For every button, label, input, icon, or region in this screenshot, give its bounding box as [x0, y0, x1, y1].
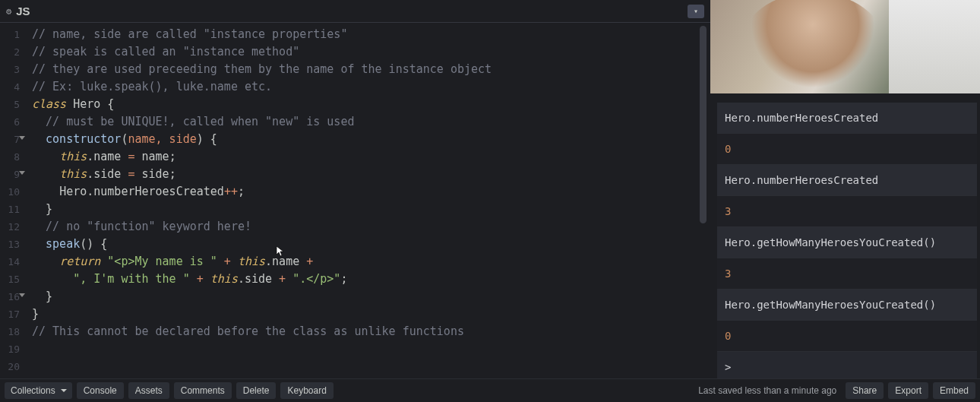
- console-output-row: 3: [717, 258, 977, 290]
- code-line: this.name = name;: [32, 148, 710, 166]
- collections-select[interactable]: Collections: [5, 382, 72, 399]
- code-line: return "<p>My name is " + this.name +: [32, 253, 710, 271]
- line-number: 5: [0, 96, 20, 113]
- embed-button[interactable]: Embed: [933, 382, 975, 399]
- code-content[interactable]: // name, side are called "instance prope…: [24, 23, 710, 378]
- line-number: 9: [0, 166, 20, 183]
- console-output-row: 3: [717, 196, 977, 227]
- line-number: 15: [0, 271, 20, 288]
- share-button[interactable]: Share: [846, 382, 884, 399]
- console-input-row: Hero.numberHeroesCreated: [717, 165, 977, 196]
- console-output-row: 0: [717, 321, 977, 352]
- console-panel: Hero.numberHeroesCreated0Hero.numberHero…: [717, 103, 977, 378]
- line-number: 6: [0, 113, 20, 131]
- panel-title: JS: [16, 5, 30, 17]
- delete-button[interactable]: Delete: [236, 382, 277, 399]
- code-line: // must be UNIQUE!, called when "new" is…: [32, 113, 710, 131]
- code-line: class Hero {: [32, 96, 710, 113]
- comments-button[interactable]: Comments: [174, 382, 232, 399]
- code-line: // Ex: luke.speak(), luke.name etc.: [32, 78, 710, 96]
- line-number: 19: [0, 340, 20, 358]
- line-number: 12: [0, 218, 20, 236]
- chevron-down-icon[interactable]: ▾: [688, 5, 704, 18]
- js-panel-header: ⚙ JS ▾: [0, 0, 710, 23]
- line-number: 1: [0, 26, 20, 43]
- console-input-row: Hero.getHowManyHeroesYouCreated(): [717, 227, 977, 258]
- code-line: }: [32, 201, 710, 218]
- code-line: Hero.numberHeroesCreated++;: [32, 183, 710, 201]
- export-button[interactable]: Export: [888, 382, 928, 399]
- code-line: // This cannot be declared before the cl…: [32, 323, 710, 340]
- scrollbar-thumb[interactable]: [700, 26, 707, 223]
- code-line: speak() {: [32, 236, 710, 253]
- code-line: }: [32, 305, 710, 323]
- line-number: 18: [0, 323, 20, 340]
- footer-bar: Collections Console Assets Comments Dele…: [0, 378, 980, 402]
- console-button[interactable]: Console: [77, 382, 124, 399]
- assets-button[interactable]: Assets: [128, 382, 169, 399]
- console-input-row: Hero.getHowManyHeroesYouCreated(): [717, 290, 977, 321]
- code-line: // they are used preceeding them by the …: [32, 61, 710, 78]
- code-line: // name, side are called "instance prope…: [32, 26, 710, 43]
- console-prompt[interactable]: >: [717, 352, 977, 382]
- line-number: 4: [0, 78, 20, 96]
- line-number: 14: [0, 253, 20, 271]
- console-input-row: Hero.numberHeroesCreated: [717, 103, 977, 134]
- line-number: 10: [0, 183, 20, 201]
- code-line: ", I'm with the " + this.side + ".</p>";: [32, 271, 710, 288]
- line-number: 7: [0, 131, 20, 148]
- line-number: 2: [0, 43, 20, 61]
- line-number: 8: [0, 148, 20, 166]
- code-line: constructor(name, side) {: [32, 131, 710, 148]
- code-line: // no "function" keyword here!: [32, 218, 710, 236]
- code-line: // speak is called an "instance method": [32, 43, 710, 61]
- save-status: Last saved less than a minute ago: [698, 385, 836, 396]
- editor-scrollbar[interactable]: [699, 23, 708, 378]
- gear-icon[interactable]: ⚙: [6, 6, 11, 17]
- line-number: 3: [0, 61, 20, 78]
- line-number: 16: [0, 288, 20, 305]
- keyboard-button[interactable]: Keyboard: [280, 382, 333, 399]
- line-number: 20: [0, 358, 20, 375]
- line-number: 17: [0, 305, 20, 323]
- webcam-video: [710, 0, 980, 93]
- line-gutter: 123456789101112131415161718192021: [0, 23, 24, 378]
- code-line: this.side = side;: [32, 166, 710, 183]
- console-output-row: 0: [717, 134, 977, 165]
- line-number: 11: [0, 201, 20, 218]
- code-editor[interactable]: 123456789101112131415161718192021 // nam…: [0, 23, 710, 378]
- code-line: }: [32, 288, 710, 305]
- line-number: 13: [0, 236, 20, 253]
